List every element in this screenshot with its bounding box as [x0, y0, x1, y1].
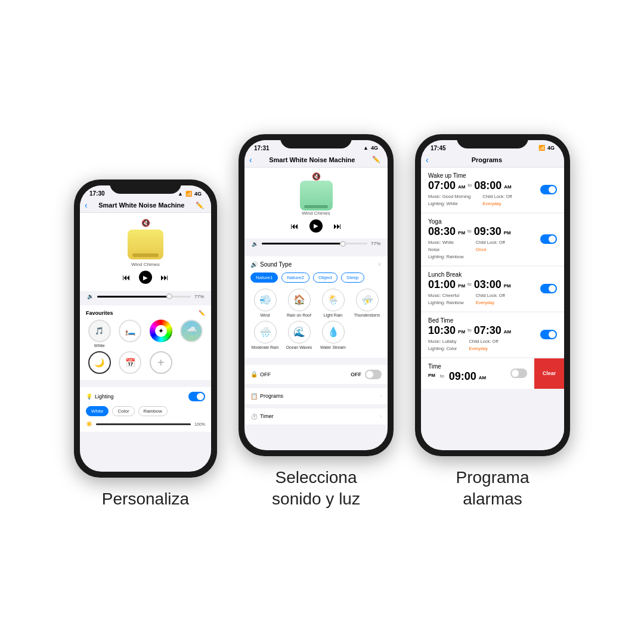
sound-circle-wind: 💨 — [254, 289, 277, 311]
programs-label: Programs — [260, 393, 283, 399]
prog-lunch-toggle[interactable] — [540, 284, 557, 293]
prog-wakeup-right: Child Lock: Off Everyday — [482, 193, 512, 208]
volume-knob-2[interactable] — [340, 241, 346, 247]
phones-row: 17:30 ▲ 📶 4G ‹ Smart White Noise Machine… — [74, 134, 570, 510]
fav-circle-cal: 📅 — [119, 351, 141, 374]
clear-button[interactable]: Clear — [534, 358, 564, 389]
play-button-1[interactable]: ▶ — [139, 271, 152, 284]
st-chevron: ∨ — [377, 261, 382, 267]
mute-icon-2[interactable]: 🔇 — [312, 172, 321, 181]
prog-yoga-start: 08:30 — [428, 226, 456, 237]
prog-yoga-toggle[interactable] — [540, 234, 557, 244]
tab-nature1[interactable]: Nature1 — [250, 273, 278, 283]
fav-item-cal[interactable]: 📅 — [117, 351, 144, 375]
app-title-1: Smart White Noise Machine — [88, 202, 196, 209]
prog-wakeup-toggle[interactable] — [540, 185, 557, 194]
sound-circle-thunder: ⛈️ — [356, 289, 379, 311]
volume-fill-2 — [262, 243, 343, 244]
battery-icon-3: 4G — [547, 145, 555, 151]
prog-lunch-freq: Everyday — [476, 300, 494, 305]
prev-button-1[interactable]: ⏮ — [122, 273, 131, 282]
st-left: 🔊 Sound Type — [250, 261, 292, 268]
prog-bed-toggle[interactable] — [540, 330, 557, 339]
child-lock-toggle[interactable] — [365, 370, 382, 379]
phone-screen-2: 17:31 ▲ 4G ‹ Smart White Noise Machine ✏… — [244, 140, 388, 450]
sound-ocean[interactable]: 🌊 Ocean Waves — [284, 321, 314, 349]
light-opt-color[interactable]: Color — [112, 406, 134, 416]
fav-item-rain[interactable]: 🌧️ — [178, 320, 206, 348]
cl-left: 🔒 OFF — [250, 371, 271, 377]
light-options: White Color Rainbow — [86, 406, 205, 416]
prog-lunch-endpm: PM — [504, 283, 511, 289]
prog-time-toggle[interactable] — [510, 369, 527, 378]
volume-knob-1[interactable] — [166, 293, 172, 299]
program-lunch[interactable]: Lunch Break 01:00 PM to 03:00 PM Music: — [421, 267, 564, 311]
programs-chevron: › — [380, 393, 382, 399]
brightness-track[interactable] — [96, 423, 191, 425]
sound-wind[interactable]: 💨 Wind — [250, 289, 280, 317]
lock-icon: 🔒 — [250, 371, 258, 377]
phone-label-3: Programaalarmas — [456, 467, 530, 510]
play-button-2[interactable]: ▶ — [309, 219, 323, 233]
prog-bed-end: 07:30 — [474, 325, 501, 336]
fav-item-bed[interactable]: 🛏️ — [117, 320, 144, 348]
phone-screen-3: 17:45 📶 4G ‹ Programs — [421, 140, 564, 450]
fav-item-add[interactable]: + — [147, 351, 175, 375]
sound-light-rain[interactable]: 🌦️ Light Rain — [318, 289, 348, 317]
lighting-toggle[interactable] — [188, 392, 205, 401]
prog-lunch-times: 01:00 PM to 03:00 PM — [428, 279, 557, 290]
main-scene: 17:30 ▲ 📶 4G ‹ Smart White Noise Machine… — [0, 0, 644, 644]
prog-bed-start: 10:30 — [428, 325, 456, 336]
prog-wakeup-startam: AM — [458, 184, 465, 190]
light-opt-rainbow[interactable]: Rainbow — [138, 406, 168, 416]
volume-track-1[interactable] — [97, 296, 191, 298]
fav-edit-btn[interactable]: ✏️ — [199, 310, 205, 316]
prev-button-2[interactable]: ⏮ — [290, 221, 299, 231]
tab-object[interactable]: Object — [313, 273, 338, 283]
light-opt-white[interactable]: White — [86, 406, 109, 416]
volume-track-2[interactable] — [262, 243, 367, 244]
next-button-2[interactable]: ⏭ — [333, 221, 342, 231]
sound-circle-water: 💧 — [322, 321, 345, 343]
sound-label-thunder: Thunderstorm — [354, 313, 380, 317]
volume-pct-2: 77% — [371, 241, 380, 246]
lighting-header: 💡 Lighting — [86, 392, 205, 401]
child-lock-row: 🔒 OFF OFF — [244, 365, 388, 384]
phone-shell-2: 17:31 ▲ 4G ‹ Smart White Noise Machine ✏… — [239, 134, 394, 456]
fav-item-color[interactable]: ✦ — [147, 320, 175, 348]
prog-bed-title: Bed Time — [428, 317, 557, 324]
prog-lunch-left: Music: Cheerful Lighting: Rainbow — [428, 292, 464, 306]
sound-rain-roof[interactable]: 🏠 Rain on Roof — [284, 289, 314, 317]
mute-icon-1[interactable]: 🔇 — [141, 219, 150, 227]
fav-item-moon[interactable]: 🌙 — [86, 351, 113, 375]
program-yoga[interactable]: Yoga 08:30 PM to 09:30 PM Music: WhiteN — [421, 213, 564, 265]
program-bed[interactable]: Bed Time 10:30 PM to 07:30 AM Music: Lu — [421, 312, 564, 357]
next-button-1[interactable]: ⏭ — [160, 273, 169, 282]
fav-item-white[interactable]: 🎵 White — [86, 320, 113, 348]
programs-row[interactable]: 📋 Programs › — [244, 388, 388, 404]
sound-label-ocean: Ocean Waves — [286, 345, 312, 349]
sound-thunder[interactable]: ⛈️ Thunderstorm — [352, 289, 382, 317]
tab-sleep[interactable]: Sleep — [341, 273, 364, 283]
edit-button-1[interactable]: ✏️ — [196, 202, 204, 209]
fav-grid-row2: 🌙 📅 — [86, 351, 205, 375]
prog-time-startpm: PM — [428, 373, 435, 378]
phone-label-1: Personaliza — [102, 488, 189, 510]
status-time-1: 17:30 — [89, 190, 105, 197]
prog-bed-right: Child Lock: Off Everyday — [469, 338, 498, 352]
device-image-2 — [300, 181, 333, 210]
sound-icon: 🔊 — [250, 261, 258, 268]
sound-mod-rain[interactable]: 🌧️ Moderate Rain — [250, 321, 280, 349]
fav-circle-color: ✦ — [150, 320, 172, 342]
edit-button-2[interactable]: ✏️ — [372, 156, 380, 163]
sound-water[interactable]: 💧 Water Stream — [318, 321, 348, 349]
app-header-1: ‹ Smart White Noise Machine ✏️ — [80, 198, 211, 213]
program-time-last: Time PM to 09:00 AM Clear — [421, 358, 564, 389]
tab-nature2[interactable]: Nature2 — [281, 273, 309, 283]
child-lock-label: OFF — [260, 371, 271, 377]
prog-wakeup-times: 07:00 AM to 08:00 AM — [428, 180, 557, 191]
program-wakeup[interactable]: Wake up Time 07:00 AM to 08:00 AM Music: — [421, 168, 564, 212]
timer-row[interactable]: ⏱️ Timer › — [244, 408, 388, 425]
volume-pct-1: 77% — [194, 294, 204, 299]
timer-icon: ⏱️ — [250, 413, 258, 420]
